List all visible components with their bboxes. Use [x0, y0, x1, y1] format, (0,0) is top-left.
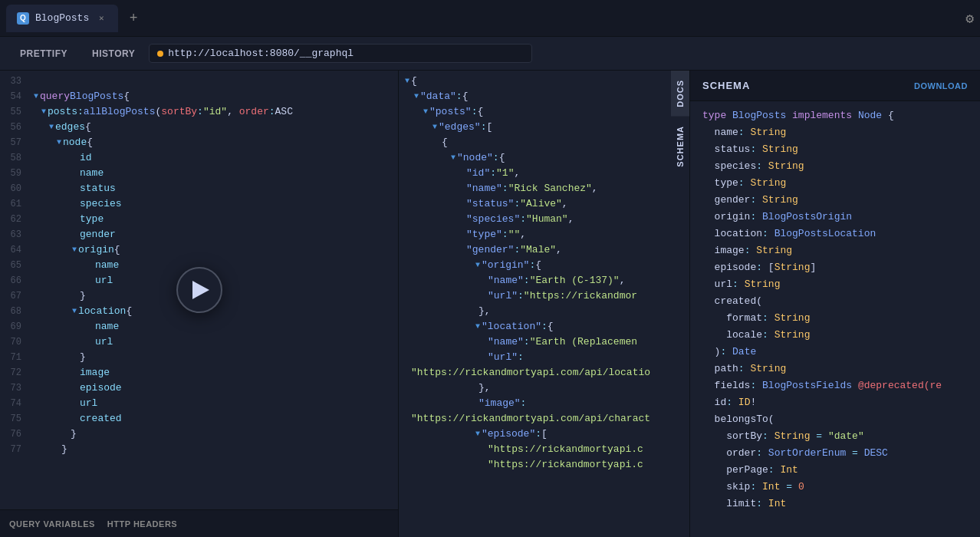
- code-line: species: [34, 196, 392, 212]
- result-line: "https://rickandmortyapi.c: [405, 442, 683, 457]
- schema-line: fields: BlogPostsFields @deprecated(re: [702, 377, 968, 394]
- code-line: name: [34, 319, 392, 334]
- result-line: "https://rickandmortyapi.com/api/locatio: [405, 365, 683, 381]
- schema-line: type BlogPosts implements Node {: [702, 107, 968, 124]
- schema-line: locale: String: [702, 327, 968, 344]
- schema-panel: SCHEMA DOWNLOAD type BlogPosts implement…: [690, 71, 980, 537]
- settings-icon[interactable]: ⚙: [965, 10, 974, 27]
- code-line: }: [34, 427, 392, 442]
- result-panel: ▼{ ▼ "data": { ▼ "posts": { ▼ "edges": […: [399, 71, 690, 537]
- schema-title: SCHEMA: [702, 80, 750, 91]
- schema-line: species: String: [702, 158, 968, 175]
- result-line: "url":: [405, 350, 683, 365]
- result-line: "name": "Rick Sanchez",: [405, 181, 683, 196]
- schema-line: created(: [702, 293, 968, 310]
- url-status-dot: [157, 51, 163, 57]
- schema-line: ): Date: [702, 344, 968, 361]
- result-line: ▼ "edges": [: [405, 120, 683, 135]
- schema-line: perPage: Int: [702, 462, 968, 479]
- play-icon: [192, 281, 209, 299]
- schema-line: skip: Int = 0: [702, 479, 968, 496]
- schema-line: location: BlogPostsLocation: [702, 226, 968, 242]
- side-buttons: DOCS SCHEMA: [671, 71, 689, 176]
- url-text: http://localhost:8080/__graphql: [168, 48, 354, 59]
- code-line: gender: [34, 227, 392, 242]
- result-line: "type": "",: [405, 227, 683, 242]
- tab-icon: Q: [17, 12, 29, 25]
- code-line: url: [34, 334, 392, 350]
- code-line: created: [34, 411, 392, 427]
- code-line: ▼ node {: [34, 135, 392, 150]
- schema-button[interactable]: SCHEMA: [671, 117, 689, 176]
- result-line: "id": "1",: [405, 166, 683, 181]
- tab-blogposts[interactable]: Q BlogPosts ✕: [6, 5, 118, 32]
- result-line: "status": "Alive",: [405, 196, 683, 212]
- schema-line: name: String: [702, 124, 968, 141]
- schema-line: image: String: [702, 242, 968, 259]
- tab-close-button[interactable]: ✕: [95, 12, 107, 25]
- result-line: ▼ "node": {: [405, 150, 683, 166]
- code-line: [34, 74, 392, 89]
- schema-line: path: String: [702, 361, 968, 377]
- schema-line: limit: Int: [702, 496, 968, 512]
- tab-title: BlogPosts: [35, 12, 89, 24]
- code-line: episode: [34, 381, 392, 396]
- code-line: ▼query BlogPosts {: [34, 89, 392, 104]
- history-button[interactable]: HISTORY: [81, 44, 146, 64]
- line-numbers: 33 54 55 56 57 58 59 60 61 62 63 64 65 6…: [0, 71, 28, 509]
- main-content: 33 54 55 56 57 58 59 60 61 62 63 64 65 6…: [0, 71, 980, 537]
- download-button[interactable]: DOWNLOAD: [914, 81, 968, 91]
- result-line: },: [405, 381, 683, 396]
- http-headers-tab[interactable]: HTTP HEADERS: [107, 519, 177, 529]
- toolbar: PRETTIFY HISTORY http://localhost:8080/_…: [0, 37, 980, 71]
- prettify-button[interactable]: PRETTIFY: [9, 44, 78, 64]
- result-line: "name": "Earth (C-137)",: [405, 273, 683, 288]
- schema-line: origin: BlogPostsOrigin: [702, 209, 968, 226]
- editor-area[interactable]: 33 54 55 56 57 58 59 60 61 62 63 64 65 6…: [0, 71, 398, 509]
- code-line: }: [34, 442, 392, 457]
- schema-line: type: String: [702, 175, 968, 192]
- editor-panel: 33 54 55 56 57 58 59 60 61 62 63 64 65 6…: [0, 71, 399, 537]
- code-line: }: [34, 350, 392, 365]
- result-line: {: [405, 135, 683, 150]
- schema-line: url: String: [702, 276, 968, 293]
- schema-line: sortBy: String = "date": [702, 428, 968, 445]
- docs-button[interactable]: DOCS: [671, 71, 689, 117]
- result-line: },: [405, 304, 683, 319]
- schema-line: order: SortOrderEnum = DESC: [702, 445, 968, 462]
- result-line: ▼ "origin": {: [405, 258, 683, 273]
- schema-line: episode: [String]: [702, 259, 968, 276]
- schema-line: status: String: [702, 141, 968, 158]
- code-line: ▼ posts: allBlogPosts(sortBy: "id", orde…: [34, 104, 392, 120]
- result-line: ▼ "episode": [: [405, 427, 683, 442]
- schema-line: belongsTo(: [702, 411, 968, 428]
- result-line: "name": "Earth (Replacemen: [405, 334, 683, 350]
- code-line: status: [34, 181, 392, 196]
- add-tab-button[interactable]: +: [123, 8, 144, 29]
- tab-bar: Q BlogPosts ✕ + ⚙: [0, 0, 980, 37]
- schema-line: id: ID!: [702, 394, 968, 411]
- code-line: ▼ edges {: [34, 120, 392, 135]
- schema-content: type BlogPosts implements Node { name: S…: [690, 101, 980, 537]
- schema-header: SCHEMA DOWNLOAD: [690, 71, 980, 101]
- schema-line: format: String: [702, 310, 968, 327]
- result-line: "gender": "Male",: [405, 242, 683, 258]
- code-line: id: [34, 150, 392, 166]
- execute-query-button[interactable]: [176, 267, 222, 313]
- result-line: ▼ "data": {: [405, 89, 683, 104]
- query-variables-tab[interactable]: QUERY VARIABLES: [9, 519, 95, 529]
- editor-bottom-bar: QUERY VARIABLES HTTP HEADERS: [0, 509, 398, 537]
- result-line: "https://rickandmortyapi.c: [405, 457, 683, 473]
- schema-line: gender: String: [702, 192, 968, 209]
- code-line: type: [34, 212, 392, 227]
- result-line: "species": "Human",: [405, 212, 683, 227]
- result-content: ▼{ ▼ "data": { ▼ "posts": { ▼ "edges": […: [399, 71, 689, 537]
- result-line: "url": "https://rickandmor: [405, 288, 683, 304]
- code-line: ▼ origin {: [34, 242, 392, 258]
- code-line: name: [34, 166, 392, 181]
- code-line: url: [34, 396, 392, 411]
- result-line: ▼ "location": {: [405, 319, 683, 334]
- code-line: image: [34, 365, 392, 381]
- url-bar[interactable]: http://localhost:8080/__graphql: [149, 44, 532, 63]
- result-line: ▼{: [405, 74, 683, 89]
